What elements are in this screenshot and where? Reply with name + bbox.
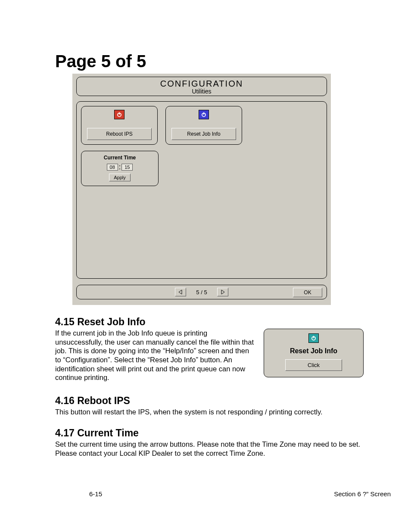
- section-4-15-body: If the current job in the Job Info queue…: [55, 329, 254, 382]
- svg-marker-5: [221, 290, 224, 294]
- inset-label: Reset Job Info: [290, 347, 337, 355]
- config-footer-bar: 5 / 5 OK: [76, 285, 327, 299]
- page-footer: 6-15 Section 6 ?” Screen: [0, 490, 411, 498]
- current-time-panel: Current Time 08 : 15 Apply: [81, 151, 159, 186]
- power-icon: [308, 333, 319, 343]
- reboot-ips-button[interactable]: Reboot IPS: [87, 128, 152, 140]
- svg-marker-4: [179, 290, 182, 294]
- reboot-ips-tile: Reboot IPS: [81, 106, 158, 145]
- footer-section-label: Section 6 ?” Screen: [334, 490, 391, 498]
- config-header: CONFIGURATION Utilities: [76, 77, 327, 96]
- next-page-button[interactable]: [217, 288, 228, 296]
- current-time-label: Current Time: [104, 155, 136, 161]
- config-header-title: CONFIGURATION: [77, 79, 327, 89]
- power-icon: [199, 110, 209, 119]
- time-separator: :: [119, 163, 121, 171]
- section-4-16-body: This button will restart the IPS, when t…: [55, 408, 364, 417]
- time-hours-input[interactable]: 08: [107, 164, 118, 171]
- prev-page-button[interactable]: [175, 288, 186, 296]
- config-header-subtitle: Utilities: [77, 88, 327, 95]
- reset-job-info-button[interactable]: Reset Job Info: [171, 128, 236, 140]
- reset-job-info-tile: Reset Job Info: [165, 106, 242, 145]
- time-field[interactable]: 08 : 15: [107, 163, 133, 171]
- reset-job-info-inset: Reset Job Info Click: [264, 329, 364, 377]
- section-4-17-body: Set the current time using the arrow but…: [55, 440, 364, 457]
- inset-click-button[interactable]: Click: [285, 359, 342, 371]
- ok-button[interactable]: OK: [293, 288, 322, 297]
- page-title: Page 5 of 5: [55, 52, 364, 71]
- section-4-15-heading: 4.15 Reset Job Info: [55, 316, 364, 328]
- time-minutes-input[interactable]: 15: [121, 164, 133, 171]
- config-content-frame: Reboot IPS Reset Job Info Current Time 0…: [76, 101, 327, 279]
- config-utility-screenshot: CONFIGURATION Utilities Reboot IPS Reset: [72, 74, 331, 305]
- power-icon: [114, 110, 125, 119]
- footer-page-number: 6-15: [89, 490, 102, 498]
- page-indicator: 5 / 5: [192, 289, 211, 296]
- section-4-17-heading: 4.17 Current Time: [55, 427, 364, 439]
- apply-time-button[interactable]: Apply: [109, 174, 131, 181]
- section-4-16-heading: 4.16 Reboot IPS: [55, 395, 364, 407]
